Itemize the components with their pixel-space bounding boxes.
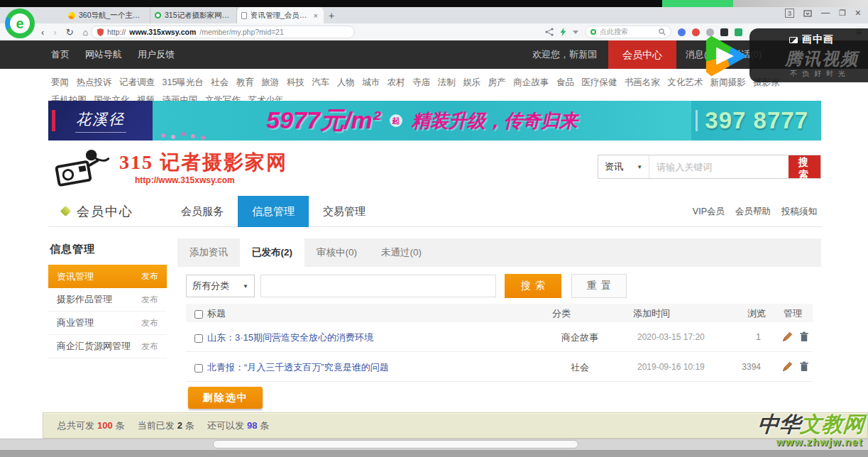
category-link[interactable]: 书画名家 [625,77,660,87]
tab-label: 资讯管理_会员中心_315 [251,11,309,21]
reload-icon[interactable]: ↻ [66,27,74,38]
window-close-button[interactable]: × [855,9,861,18]
forward-icon[interactable]: › [53,27,56,38]
accelerator-bolt-icon[interactable] [560,28,566,36]
site-logo-title[interactable]: 315 记者摄影家网 [119,149,287,176]
category-link[interactable]: 法制 [438,77,456,87]
filter-category-select[interactable]: 所有分类 ▼ [186,275,255,297]
ad-banner[interactable]: 花溪径 5977元/m² 起 精装升级，传奇归来 397 8777 [48,101,821,141]
category-link[interactable]: 医疗保健 [581,77,617,87]
category-link[interactable]: 食品 [556,77,574,87]
delete-trash-icon[interactable] [799,331,809,342]
site-search-button[interactable]: 搜索 [789,155,820,178]
banner-price-badge: 起 [390,114,402,127]
content-tab[interactable]: 未通过(0) [369,238,434,267]
row-checkbox[interactable] [194,364,203,373]
row-checkbox[interactable] [194,334,203,343]
member-nav-link[interactable]: 投稿须知 [781,206,817,218]
delete-trash-icon[interactable] [799,361,809,372]
chevron-down-icon[interactable] [573,31,578,34]
sidebar-item[interactable]: 摄影作品管理 发布 [48,288,167,312]
horizontal-scrollbar-thumb[interactable] [213,440,578,448]
video-controls-segment [733,0,868,7]
select-all-checkbox[interactable] [194,310,203,319]
category-link[interactable]: 人物 [337,77,355,87]
content-tab[interactable]: 添加资讯 [177,238,240,267]
extension-blue-icon[interactable] [678,28,686,36]
category-link[interactable]: 315曝光台 [163,77,204,87]
filter-search-button[interactable]: 搜索 [505,274,561,298]
sidebar-item-label: 资讯管理 [57,270,94,283]
category-link[interactable]: 记者调查 [119,77,155,87]
content-tab[interactable]: 审核中(0) [304,238,369,267]
edit-pencil-icon[interactable] [782,361,793,372]
category-link[interactable]: 旅游 [261,77,279,87]
sidebar-item-publish-link[interactable]: 发布 [141,341,158,353]
category-link[interactable]: 房产 [488,77,506,87]
tab-count-badge[interactable]: 3 [785,9,794,18]
article-title-link[interactable]: 山东：3·15期间营造安全放心的消费环境 [207,331,373,344]
address-bar[interactable]: http://www.315xwsy.com/member/my.php?mid… [91,26,355,38]
banner-phone-divider [696,110,698,131]
content-tab[interactable]: 已发布(2) [240,238,304,267]
category-link[interactable]: 文化艺术 [667,77,703,87]
extension-red-icon[interactable] [692,28,700,36]
category-link[interactable]: 教育 [236,77,254,87]
collect-tabs-icon[interactable] [803,9,812,18]
member-nav-link[interactable]: 会员帮助 [735,206,771,218]
category-link[interactable]: 热点投诉 [77,77,112,87]
category-link[interactable]: 娱乐 [463,77,480,87]
pip-overlay[interactable]: 画中画 腾讯视频 不负好时光 [749,28,868,82]
col-views: 浏览 [747,307,766,320]
filter-reset-button[interactable]: 重置 [571,274,627,298]
member-center-button[interactable]: 会员中心 [608,40,676,69]
window-maximize-button[interactable]: ❐ [839,9,846,18]
browser-360-logo[interactable]: e [5,9,35,38]
quick-search-box[interactable]: 点此搜索 [585,26,671,38]
category-link[interactable]: 汽车 [312,77,329,87]
category-link[interactable]: 城市 [362,77,380,87]
home-icon[interactable]: ⌂ [83,27,89,38]
delete-selected-button[interactable]: 删除选中 [188,387,263,409]
sidebar-item[interactable]: 资讯管理 发布 [48,265,167,288]
magnifier-icon[interactable] [659,28,666,35]
pip-window-icon [789,37,798,43]
tencent-video-logo[interactable] [705,34,749,78]
category-link[interactable]: 农村 [388,77,405,87]
tab-close-icon[interactable]: × [312,11,319,20]
member-nav-link[interactable]: VIP会员 [693,206,725,218]
site-search-input[interactable] [649,155,789,178]
sidebar-item-publish-link[interactable]: 发布 [141,294,158,306]
filter-keyword-input[interactable] [260,275,496,297]
category-link[interactable]: 科技 [287,77,304,87]
sidebar-item-publish-link[interactable]: 发布 [141,317,158,329]
quick-search-placeholder: 点此搜索 [600,27,655,37]
member-nav-tab[interactable]: 会员服务 [167,196,238,227]
category-link[interactable]: 要闻 [51,77,69,87]
category-link[interactable]: 新闻摄影 [710,77,746,87]
window-minimize-button[interactable]: — [821,9,830,18]
article-title-link[interactable]: 北青报：“月入三千透支百万”究竟是谁的问题 [207,361,389,374]
top-bar-link[interactable]: 网站导航 [85,48,122,61]
browser-tab-member-center[interactable]: 资讯管理_会员中心_315 × [237,7,324,23]
sidebar-item[interactable]: 商业管理 发布 [48,312,167,335]
sidebar: 信息管理 资讯管理 发布 摄影作品管理 发布 商业管理 发布 [48,237,167,358]
member-nav-tab[interactable]: 交易管理 [309,196,380,227]
back-icon[interactable]: ‹ [41,27,44,38]
category-link[interactable]: 社会 [211,77,229,87]
top-bar-link[interactable]: 用户反馈 [138,48,175,61]
browser-tab-360nav[interactable]: 360导航_一个主页，整 [64,7,150,23]
category-link[interactable]: 寺庙 [412,77,430,87]
share-icon[interactable] [545,28,554,36]
top-bar-link[interactable]: 首页 [51,48,70,61]
sidebar-item-publish-link[interactable]: 发布 [141,270,158,282]
site-search-channel-select[interactable]: 资讯 ▼ [598,155,649,178]
member-nav-tab[interactable]: 信息管理 [238,196,309,227]
sidebar-item[interactable]: 商企汇货源网管理 发布 [48,335,167,358]
category-link[interactable]: 商企故事 [513,77,549,87]
member-nav-tabs: 会员服务信息管理交易管理 [167,196,380,227]
edit-pencil-icon[interactable] [782,331,793,342]
browser-360-logo-letter: e [10,13,30,33]
browser-tab-315site[interactable]: 315记者摄影家网_360 [150,7,237,23]
new-tab-button[interactable]: + [324,7,339,23]
